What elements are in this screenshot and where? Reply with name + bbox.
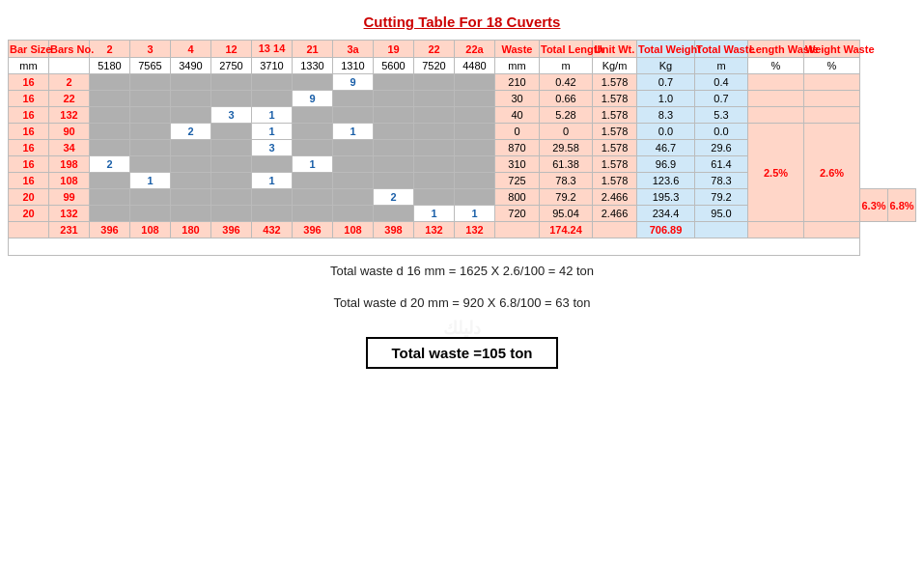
cell-total-weight: 0.7 (637, 74, 695, 91)
unit-col22: 7520 (414, 58, 455, 74)
cell-c3 (130, 124, 171, 140)
cell-c22 (414, 91, 455, 107)
unit-col2: 5180 (90, 58, 130, 74)
cell-total-waste: 78.3 (695, 173, 748, 189)
cell-c2 (90, 206, 130, 222)
cell-total-length: 29.58 (540, 140, 593, 156)
hdr-col2: 2 (90, 41, 130, 58)
cell-c19: 2 (374, 189, 414, 206)
cell-c21 (293, 140, 333, 156)
unit-col19: 5600 (374, 58, 414, 74)
cell-c4 (171, 189, 211, 206)
table-row: 16292100.421.5780.70.4 (9, 74, 916, 91)
cell-c22 (414, 173, 455, 189)
watermark: دليلك (0, 314, 924, 325)
cell-unit-wt: 1.578 (593, 74, 637, 91)
cell-c3a (333, 107, 374, 124)
cell-weight-waste (804, 74, 860, 91)
hdr-bars-no: Bars No. (49, 41, 90, 58)
hdr-col22a: 22a (455, 41, 495, 58)
cell-c13_14: 3 (252, 140, 293, 156)
cell-bar-size: 16 (9, 107, 49, 124)
cell-c19 (374, 140, 414, 156)
cell-waste: 800 (495, 189, 540, 206)
cell-c3 (130, 140, 171, 156)
cell-c3 (130, 91, 171, 107)
cell-c22 (414, 140, 455, 156)
cell-c2 (90, 107, 130, 124)
table-body: 16292100.421.5780.70.416229300.661.5781.… (9, 74, 916, 222)
cell-weight-waste-16: 2.6% (804, 124, 860, 222)
cell-c2 (90, 173, 130, 189)
cell-total-length: 79.2 (540, 189, 593, 206)
cell-c3a: 1 (333, 124, 374, 140)
hdr-total-waste: Total Waste (695, 41, 748, 58)
cell-total-weight: 195.3 (637, 189, 695, 206)
cell-c13_14: 1 (252, 173, 293, 189)
cell-total-weight: 123.6 (637, 173, 695, 189)
cell-c13_14 (252, 91, 293, 107)
cell-bar-size: 20 (9, 189, 49, 206)
cell-c12 (211, 156, 252, 173)
table-row: 1690211001.5780.00.02.5%2.6% (9, 124, 916, 140)
cell-c12 (211, 140, 252, 156)
cell-total-weight: 8.3 (637, 107, 695, 124)
unit-total-length: m (540, 58, 593, 74)
cell-c4 (171, 206, 211, 222)
cell-c19 (374, 173, 414, 189)
cell-c12 (211, 189, 252, 206)
hdr-col22: 22 (414, 41, 455, 58)
cell-total-weight: 96.9 (637, 156, 695, 173)
table-row: 1613231405.281.5788.35.3 (9, 107, 916, 124)
cell-bars-no: 34 (49, 140, 90, 156)
unit-total-weight: Kg (637, 58, 695, 74)
unit-bars-no (49, 58, 90, 74)
total-c3a: 108 (333, 222, 374, 238)
cell-c3a (333, 156, 374, 173)
cell-unit-wt: 1.578 (593, 124, 637, 140)
cell-total-length: 61.38 (540, 156, 593, 173)
cell-c19 (374, 124, 414, 140)
cell-c12 (211, 173, 252, 189)
cell-total-length: 0 (540, 124, 593, 140)
cell-c19 (374, 156, 414, 173)
cell-c4 (171, 91, 211, 107)
total-c21: 396 (293, 222, 333, 238)
cell-c21 (293, 124, 333, 140)
cell-c3 (130, 189, 171, 206)
cell-total-weight: 234.4 (637, 206, 695, 222)
unit-length-waste: % (748, 58, 804, 74)
cell-c12 (211, 91, 252, 107)
unit-col3: 7565 (130, 58, 171, 74)
total-total-length: 174.24 (540, 222, 593, 238)
cell-bar-size: 16 (9, 156, 49, 173)
cell-unit-wt: 2.466 (593, 206, 637, 222)
cell-bar-size: 16 (9, 74, 49, 91)
cell-bars-no: 132 (49, 206, 90, 222)
cell-length-waste-20-empty: 6.3% (860, 189, 888, 222)
cell-bar-size: 20 (9, 206, 49, 222)
hdr-total-weight: Total Weight (637, 41, 695, 58)
cell-c4: 2 (171, 124, 211, 140)
cell-c21 (293, 173, 333, 189)
cell-c3a (333, 91, 374, 107)
cell-c19 (374, 74, 414, 91)
cell-c13_14: 1 (252, 107, 293, 124)
total-waste-box: Total waste =105 ton (366, 337, 557, 369)
cell-unit-wt: 1.578 (593, 91, 637, 107)
total-c22: 132 (414, 222, 455, 238)
unit-weight-waste: % (804, 58, 860, 74)
cell-total-waste: 95.0 (695, 206, 748, 222)
units-row: mm 5180 7565 3490 2750 3710 1330 1310 56… (9, 58, 916, 74)
unit-col4: 3490 (171, 58, 211, 74)
cell-c13_14 (252, 74, 293, 91)
cell-unit-wt: 1.578 (593, 140, 637, 156)
total-unit-wt (593, 222, 637, 238)
total-bars-no: 231 (49, 222, 90, 238)
hdr-col3: 3 (130, 41, 171, 58)
unit-col21: 1330 (293, 58, 333, 74)
total-length-waste (748, 222, 804, 238)
cell-unit-wt: 1.578 (593, 173, 637, 189)
total-waste (495, 222, 540, 238)
hdr-weight-waste: Weight Waste (804, 41, 860, 58)
